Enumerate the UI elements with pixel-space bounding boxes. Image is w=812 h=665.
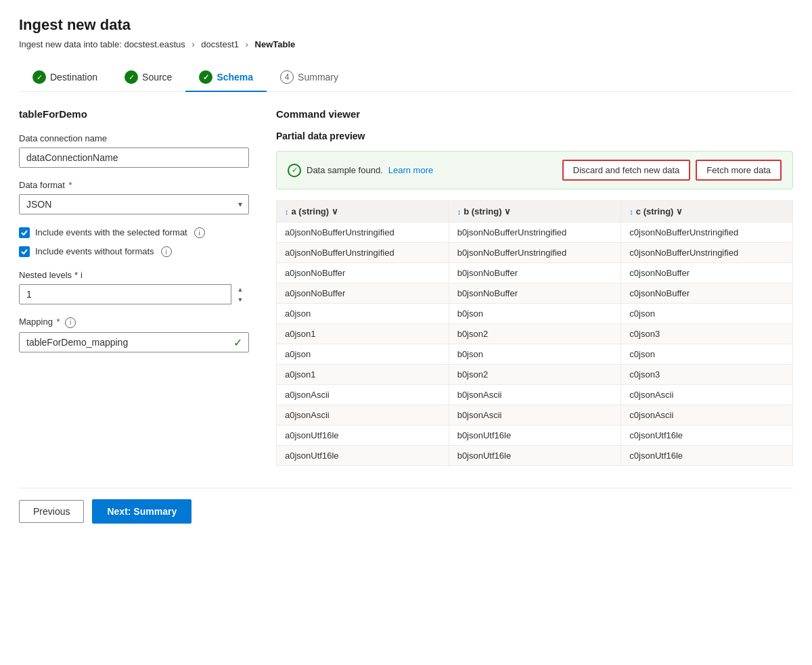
table-header: ↕ a (string) ∨ ↕ b (string) ∨ <box>277 201 793 223</box>
cell-a-10: a0jsonUtf16le <box>277 426 449 446</box>
discard-fetch-button[interactable]: Discard and fetch new data <box>562 160 691 181</box>
include-selected-checkbox-row: Include events with the selected format … <box>19 227 249 239</box>
col-c-icon: ↕ <box>629 208 633 216</box>
cell-b-3: b0jsonNoBuffer <box>449 283 621 304</box>
nested-levels-required: * <box>74 270 78 280</box>
cell-a-11: a0jsonUtf16le <box>277 446 449 466</box>
cell-b-10: b0jsonUtf16le <box>449 426 621 446</box>
data-format-label: Data format * <box>19 180 249 190</box>
data-format-group: Data format * JSON CSV TSV Avro Parquet … <box>19 180 249 214</box>
breadcrumb-sep2: › <box>191 39 194 49</box>
cell-c-9: c0jsonAscii <box>621 405 793 426</box>
table-row: a0jsonAsciib0jsonAsciic0jsonAscii <box>277 405 793 426</box>
tab-summary-label: Summary <box>298 72 338 83</box>
data-table: ↕ a (string) ∨ ↕ b (string) ∨ <box>276 200 793 466</box>
col-b-icon: ↕ <box>457 208 461 216</box>
mapping-required: * <box>57 317 60 327</box>
col-header-a[interactable]: ↕ a (string) ∨ <box>277 201 449 223</box>
cell-b-8: b0jsonAscii <box>449 385 621 405</box>
command-viewer-title: Command viewer <box>276 108 793 120</box>
cell-b-5: b0json2 <box>449 324 621 344</box>
col-a-chevron: ∨ <box>332 206 338 216</box>
col-b-chevron: ∨ <box>504 206 511 216</box>
include-selected-format-group: Include events with the selected format … <box>19 227 249 258</box>
data-format-required: * <box>69 180 72 190</box>
table-row: a0jsonNoBufferUnstringifiedb0jsonNoBuffe… <box>277 223 793 243</box>
table-row: a0json1b0json2c0json3 <box>277 365 793 385</box>
cell-b-2: b0jsonNoBuffer <box>449 263 621 283</box>
main-content: tableForDemo Data connection name Data f… <box>19 108 793 466</box>
tab-source-label: Source <box>142 72 172 83</box>
nested-levels-increment[interactable]: ▲ <box>231 284 249 294</box>
table-row: a0jsonAsciib0jsonAsciic0jsonAscii <box>277 385 793 405</box>
cell-c-5: c0json3 <box>621 324 793 344</box>
footer: Previous Next: Summary <box>19 488 793 524</box>
include-selected-checkbox[interactable] <box>19 227 30 238</box>
include-selected-label: Include events with the selected format <box>35 227 187 239</box>
cell-a-0: a0jsonNoBufferUnstringified <box>277 223 449 243</box>
previous-button[interactable]: Previous <box>19 500 84 523</box>
cell-a-2: a0jsonNoBuffer <box>277 263 449 283</box>
cell-a-6: a0json <box>277 344 449 365</box>
cell-c-8: c0jsonAscii <box>621 385 793 405</box>
include-without-info-icon[interactable]: i <box>161 246 172 257</box>
data-connection-name-input[interactable] <box>19 147 249 168</box>
data-format-select-wrapper: JSON CSV TSV Avro Parquet ▾ <box>19 194 249 214</box>
cell-b-11: b0jsonUtf16le <box>449 446 621 466</box>
table-row: a0jsonb0jsonc0json <box>277 344 793 365</box>
data-connection-name-label: Data connection name <box>19 133 249 143</box>
schema-check-icon: ✓ <box>199 70 212 84</box>
nested-levels-input-wrapper: ▲ ▼ <box>19 284 249 304</box>
col-header-b[interactable]: ↕ b (string) ∨ <box>449 201 621 223</box>
fetch-more-button[interactable]: Fetch more data <box>696 160 782 181</box>
mapping-input[interactable] <box>19 332 249 352</box>
tab-source[interactable]: ✓ Source <box>111 64 185 92</box>
cell-c-6: c0json <box>621 344 793 365</box>
mapping-info-icon[interactable]: i <box>65 317 76 328</box>
nested-levels-info-icon[interactable]: i <box>81 270 83 280</box>
cell-c-0: c0jsonNoBufferUnstringified <box>621 223 793 243</box>
col-header-c[interactable]: ↕ c (string) ∨ <box>621 201 793 223</box>
cell-b-6: b0json <box>449 344 621 365</box>
nested-levels-spinners: ▲ ▼ <box>231 284 249 304</box>
mapping-label: Mapping * i <box>19 317 249 328</box>
nested-levels-input[interactable] <box>19 284 249 304</box>
cell-c-11: c0jsonUtf16le <box>621 446 793 466</box>
include-selected-info-icon[interactable]: i <box>194 227 205 238</box>
breadcrumb-table: NewTable <box>255 39 296 49</box>
right-panel: Command viewer Partial data preview ✓ Da… <box>276 108 793 466</box>
include-without-label: Include events without formats <box>35 246 154 258</box>
mapping-check-icon: ✓ <box>233 336 242 348</box>
cell-c-10: c0jsonUtf16le <box>621 426 793 446</box>
breadcrumb-cluster: docstest.eastus <box>124 39 185 49</box>
tab-summary[interactable]: 4 Summary <box>267 64 352 92</box>
left-panel: tableForDemo Data connection name Data f… <box>19 108 249 466</box>
tab-destination-label: Destination <box>50 72 97 83</box>
data-format-select[interactable]: JSON CSV TSV Avro Parquet <box>19 194 249 214</box>
table-row: a0jsonUtf16leb0jsonUtf16lec0jsonUtf16le <box>277 446 793 466</box>
include-without-formats-checkbox-row: Include events without formats i <box>19 246 249 258</box>
breadcrumb: Ingest new data into table: docstest.eas… <box>19 39 793 49</box>
sample-green-check-icon: ✓ <box>288 164 301 177</box>
include-without-checkbox[interactable] <box>19 246 30 257</box>
next-button[interactable]: Next: Summary <box>92 499 191 524</box>
breadcrumb-prefix: Ingest new data into table: <box>19 39 122 49</box>
tab-destination[interactable]: ✓ Destination <box>19 64 111 92</box>
cell-b-9: b0jsonAscii <box>449 405 621 426</box>
cell-a-1: a0jsonNoBufferUnstringified <box>277 243 449 263</box>
breadcrumb-sep3: › <box>246 39 248 49</box>
destination-check-icon: ✓ <box>32 70 46 84</box>
col-a-icon: ↕ <box>285 208 289 216</box>
sample-found-text: ✓ Data sample found. Learn more <box>288 164 433 177</box>
table-row: a0jsonNoBufferUnstringifiedb0jsonNoBuffe… <box>277 243 793 263</box>
learn-more-link[interactable]: Learn more <box>388 165 433 175</box>
cell-a-9: a0jsonAscii <box>277 405 449 426</box>
tab-schema[interactable]: ✓ Schema <box>185 64 267 92</box>
cell-c-3: c0jsonNoBuffer <box>621 283 793 304</box>
data-sample-bar: ✓ Data sample found. Learn more Discard … <box>276 151 793 189</box>
summary-num-icon: 4 <box>280 70 294 84</box>
partial-preview-title: Partial data preview <box>276 131 793 141</box>
source-check-icon: ✓ <box>125 70 138 84</box>
nested-levels-decrement[interactable]: ▼ <box>231 294 249 304</box>
cell-a-3: a0jsonNoBuffer <box>277 283 449 304</box>
